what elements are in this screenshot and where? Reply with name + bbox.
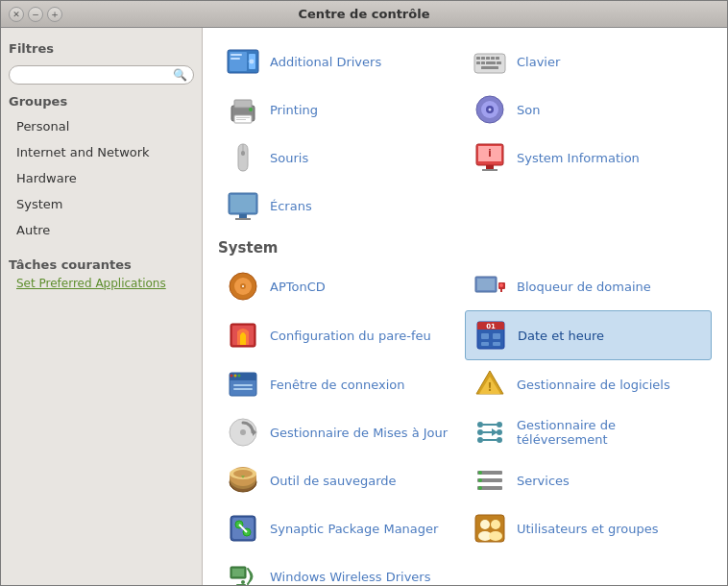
item-fenetre-label: Fenêtre de connexion (270, 378, 405, 392)
item-son[interactable]: Son (465, 85, 712, 134)
item-son-label: Son (517, 103, 540, 117)
svg-rect-36 (239, 214, 247, 218)
svg-text:i: i (488, 148, 491, 159)
svg-rect-5 (231, 58, 240, 60)
item-additional-drivers[interactable]: Additional Drivers (218, 37, 465, 85)
item-config-parefeu[interactable]: Configuration du pare-feu (218, 310, 465, 360)
svg-text:01: 01 (486, 323, 496, 330)
svg-point-26 (489, 109, 492, 111)
item-gestionnaire-tel[interactable]: Gestionnaire de téléversement (465, 408, 712, 456)
svg-rect-18 (234, 100, 252, 108)
item-services[interactable]: Services (465, 456, 712, 504)
maximize-button[interactable]: + (47, 7, 62, 22)
item-gestionnaire-logiciels[interactable]: ! Gestionnaire de logiciels (465, 360, 712, 408)
item-outil-sauvegarde-label: Outil de sauvegarde (270, 474, 397, 488)
sidebar-item-internet[interactable]: Internet and Network (9, 142, 194, 162)
item-mises-a-jour-label: Gestionnaire de Mises à Jour (270, 426, 448, 440)
svg-point-64 (238, 375, 241, 378)
svg-rect-11 (496, 57, 499, 60)
svg-point-45 (499, 283, 503, 287)
item-additional-drivers-label: Additional Drivers (270, 55, 381, 69)
main-window: ✕ − + Centre de contrôle Filtres 🔍 Group… (0, 0, 728, 586)
item-windows-wireless[interactable]: Windows Wireless Drivers (218, 552, 465, 585)
window-title: Centre de contrôle (62, 7, 666, 21)
svg-rect-20 (236, 117, 250, 118)
close-button[interactable]: ✕ (9, 7, 24, 22)
synaptic-icon (226, 511, 260, 546)
services-icon (473, 463, 507, 498)
svg-rect-56 (493, 342, 500, 346)
svg-rect-14 (486, 61, 496, 64)
screen-icon (226, 188, 260, 223)
item-clavier-label: Clavier (517, 55, 560, 69)
svg-rect-60 (233, 384, 253, 386)
item-utilisateurs-label: Utilisateurs et groupes (517, 522, 659, 536)
svg-point-73 (477, 437, 483, 443)
filters-label: Filtres (9, 41, 194, 56)
wireless-icon (226, 559, 260, 585)
svg-rect-46 (500, 289, 502, 292)
svg-rect-4 (231, 54, 242, 56)
aptoncd-icon (226, 269, 260, 304)
mouse-icon (226, 140, 260, 175)
sound-icon (473, 92, 507, 127)
svg-rect-54 (493, 333, 500, 339)
item-ecrans[interactable]: Écrans (218, 182, 465, 230)
item-system-information[interactable]: i System Information (465, 134, 712, 182)
minimize-button[interactable]: − (28, 7, 43, 22)
search-icon: 🔍 (173, 68, 187, 82)
item-fenetre-connexion[interactable]: Fenêtre de connexion (218, 360, 465, 408)
item-souris[interactable]: Souris (218, 134, 465, 182)
item-outil-sauvegarde[interactable]: Outil de sauvegarde (218, 456, 465, 504)
item-config-parefeu-label: Configuration du pare-feu (270, 329, 431, 343)
svg-marker-80 (492, 428, 497, 436)
groups-label: Groupes (9, 94, 194, 109)
item-mises-a-jour[interactable]: Gestionnaire de Mises à Jour (218, 408, 465, 456)
sidebar-item-personal[interactable]: Personal (9, 116, 194, 136)
item-services-label: Services (517, 474, 570, 488)
titlebar: ✕ − + Centre de contrôle (1, 1, 727, 28)
svg-point-98 (480, 520, 490, 529)
search-input[interactable] (15, 68, 173, 82)
item-bloqueur[interactable]: Bloqueur de domaine (465, 262, 712, 310)
hardware-grid: Additional Drivers (218, 37, 712, 230)
svg-rect-16 (481, 66, 498, 69)
fenetre-icon (226, 367, 260, 402)
svg-point-22 (249, 108, 253, 111)
sidebar-item-system[interactable]: System (9, 194, 194, 214)
svg-rect-53 (481, 333, 489, 339)
svg-rect-35 (231, 195, 255, 212)
users-icon (473, 511, 507, 546)
item-date-heure-label: Date et heure (518, 329, 604, 343)
item-date-heure[interactable]: 01 Date et heure (465, 310, 712, 360)
tasks-label: Tâches courantes (9, 257, 194, 272)
item-synaptic[interactable]: Synaptic Package Manager (218, 504, 465, 552)
item-aptoncd[interactable]: APTonCD (218, 262, 465, 310)
svg-rect-28 (241, 151, 245, 156)
svg-rect-105 (236, 584, 246, 585)
item-utilisateurs[interactable]: Utilisateurs et groupes (465, 504, 712, 552)
gestlog-icon: ! (473, 367, 507, 402)
svg-point-89 (478, 471, 482, 475)
svg-rect-103 (232, 569, 244, 576)
search-container: 🔍 (9, 65, 194, 85)
printer-icon (226, 92, 260, 127)
sidebar-item-autre[interactable]: Autre (9, 220, 194, 240)
svg-point-90 (478, 478, 482, 482)
item-souris-label: Souris (270, 151, 308, 165)
item-clavier[interactable]: Clavier (465, 37, 712, 85)
miseajour-icon (226, 415, 260, 450)
svg-rect-13 (481, 61, 485, 64)
item-printing[interactable]: Printing (218, 85, 465, 134)
sidebar-item-hardware[interactable]: Hardware (9, 168, 194, 188)
task-set-preferred[interactable]: Set Preferred Applications (9, 274, 194, 293)
dateheure-icon: 01 (473, 318, 508, 353)
parefeu-icon (226, 318, 260, 353)
svg-point-91 (478, 486, 482, 490)
item-gestionnaire-logiciels-label: Gestionnaire de logiciels (517, 378, 670, 392)
svg-point-3 (249, 59, 255, 64)
item-printing-label: Printing (270, 103, 318, 117)
svg-rect-7 (476, 57, 480, 60)
svg-rect-55 (481, 342, 489, 346)
keyboard-icon (473, 44, 507, 79)
